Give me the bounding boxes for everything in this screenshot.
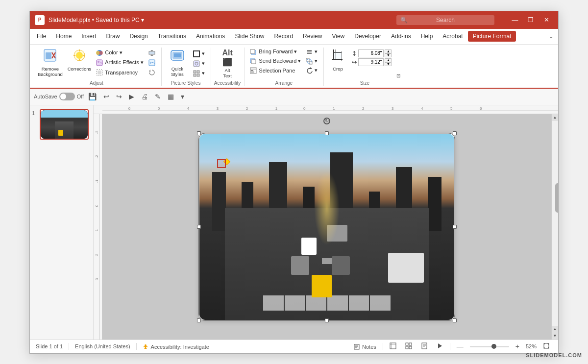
menu-picture-format[interactable]: Picture Format	[468, 31, 516, 42]
quick-styles-icon	[170, 49, 185, 65]
reset-picture-button[interactable]	[147, 68, 157, 77]
logo-letter: P	[38, 17, 42, 23]
align-button[interactable]: ▾	[304, 48, 319, 56]
picture-layout-button[interactable]: ▾	[191, 69, 207, 78]
width-row: ▲ ▼	[351, 58, 392, 66]
slide-number: 1	[32, 110, 35, 116]
color-button[interactable]: Color ▾	[94, 49, 146, 57]
svg-rect-44	[309, 61, 312, 64]
minimize-button[interactable]: —	[508, 13, 522, 27]
scroll-down-up-btn[interactable]: ▲	[552, 326, 559, 333]
group-button[interactable]: ▾	[304, 57, 319, 66]
bring-forward-button[interactable]: Bring Forward ▾	[248, 48, 303, 56]
notes-btn[interactable]: Notes	[351, 341, 379, 351]
menu-transitions[interactable]: Transitions	[153, 31, 191, 42]
autosave-area: AutoSave Off	[34, 93, 84, 100]
svg-rect-89	[406, 343, 408, 345]
menu-animations[interactable]: Animations	[191, 31, 230, 42]
height-input[interactable]	[358, 49, 384, 57]
menu-developer[interactable]: Developer	[349, 31, 386, 42]
slide-panel: 1	[30, 105, 94, 340]
restore-button[interactable]: ❐	[524, 13, 538, 27]
scroll-up-btn[interactable]: ▲	[552, 114, 559, 121]
fit-slide-btn[interactable]	[540, 341, 552, 352]
height-icon	[351, 50, 357, 56]
scroll-thumb[interactable]	[555, 183, 559, 213]
format-button[interactable]: ✎	[152, 91, 163, 102]
rotate-handle[interactable]: ↻	[323, 118, 330, 124]
svg-rect-35	[251, 60, 256, 64]
zoom-out-btn[interactable]: —	[454, 341, 466, 352]
picture-effects-button[interactable]: ▾	[191, 59, 207, 68]
toggle-knob	[60, 94, 66, 99]
close-button[interactable]: ✕	[539, 13, 553, 27]
zoom-thumb[interactable]	[491, 344, 496, 349]
zoom-in-btn[interactable]: +	[513, 341, 522, 352]
artistic-effects-button[interactable]: Artistic Effects ▾	[94, 58, 146, 67]
menu-design[interactable]: Design	[124, 31, 152, 42]
compress-pictures-button[interactable]	[147, 49, 157, 57]
slideshow-btn[interactable]	[434, 341, 446, 352]
canvas-area: -6 -5 -4 -3 -2 -1 0 1 2 3 4 5 6	[94, 105, 558, 340]
crop-button[interactable]: Crop	[327, 48, 348, 73]
autosave-toggle[interactable]	[59, 93, 75, 100]
table-btn[interactable]: ▦	[165, 91, 176, 102]
redo-button[interactable]: ↪	[114, 91, 124, 102]
save-button[interactable]: 💾	[86, 91, 99, 102]
menu-review[interactable]: Review	[298, 31, 327, 42]
menu-help[interactable]: Help	[416, 31, 438, 42]
width-up-btn[interactable]: ▲	[385, 58, 392, 62]
picture-border-button[interactable]: ▾	[191, 49, 207, 58]
ribbon-group-adjust: RemoveBackground	[34, 48, 162, 86]
svg-point-14	[98, 61, 99, 63]
ribbon-collapse-btn[interactable]: ⌄	[546, 31, 556, 41]
corrections-button[interactable]: Corrections	[66, 48, 94, 73]
menu-home[interactable]: Home	[51, 31, 76, 42]
undo-button[interactable]: ↩	[101, 91, 112, 102]
width-input[interactable]	[358, 58, 384, 66]
svg-text:1: 1	[95, 229, 99, 231]
scroll-down-btn[interactable]: ▼	[552, 333, 559, 340]
menu-draw[interactable]: Draw	[101, 31, 124, 42]
ribbon-group-arrange: Bring Forward ▾ Send Backward ▾ Selectio…	[246, 48, 324, 86]
menu-view[interactable]: View	[327, 31, 349, 42]
slide-1-thumbnail[interactable]	[40, 109, 89, 140]
menu-record[interactable]: Record	[269, 31, 298, 42]
quick-access-toolbar: AutoSave Off 💾 ↩ ↪ ▶ 🖨 ✎ ▦ ▾	[30, 89, 558, 105]
height-up-btn[interactable]: ▲	[385, 49, 392, 53]
print-button[interactable]: 🖨	[139, 91, 150, 102]
slide-canvas[interactable]: ↻	[102, 114, 551, 340]
transparency-button[interactable]: Transparency	[94, 68, 146, 77]
menu-acrobat[interactable]: Acrobat	[438, 31, 467, 42]
menu-slideshow[interactable]: Slide Show	[230, 31, 269, 42]
reading-view-btn[interactable]	[418, 341, 430, 352]
height-down-btn[interactable]: ▼	[385, 53, 392, 57]
zoom-slider[interactable]	[470, 346, 509, 347]
ribbon-col-adjust-extra	[147, 48, 157, 77]
menu-addins[interactable]: Add-ins	[386, 31, 416, 42]
width-down-btn[interactable]: ▼	[385, 62, 392, 66]
alt-text-button[interactable]: Alt⬛ AltText	[217, 48, 238, 79]
present-button[interactable]: ▶	[126, 91, 137, 102]
svg-marker-21	[149, 70, 150, 73]
slide-sorter-btn[interactable]	[403, 341, 415, 352]
send-backward-button[interactable]: Send Backward ▾	[248, 57, 303, 66]
change-picture-button[interactable]	[147, 58, 157, 67]
rotate-button[interactable]: ▾	[304, 66, 319, 75]
svg-rect-93	[422, 343, 427, 349]
search-input[interactable]	[396, 15, 494, 25]
adjust-group-label: Adjust	[90, 79, 103, 86]
ribbon-col-adjust: Color ▾ Artistic Effects ▾ Transparency	[94, 48, 146, 77]
remove-background-button[interactable]: RemoveBackground	[36, 48, 65, 78]
svg-text:-4: -4	[186, 106, 190, 111]
picture-border-label: ▾	[202, 50, 205, 57]
menu-file[interactable]: File	[32, 31, 51, 42]
selection-pane-button[interactable]: Selection Pane	[248, 66, 303, 75]
more-tools-btn[interactable]: ▾	[178, 91, 187, 102]
quick-styles-button[interactable]: QuickStyles	[165, 48, 190, 78]
normal-view-btn[interactable]	[387, 341, 399, 352]
svg-text:0: 0	[95, 204, 99, 207]
menu-insert[interactable]: Insert	[76, 31, 101, 42]
size-dialog-btn[interactable]: ⊡	[394, 72, 402, 79]
selection-pane-label: Selection Pane	[259, 68, 295, 73]
